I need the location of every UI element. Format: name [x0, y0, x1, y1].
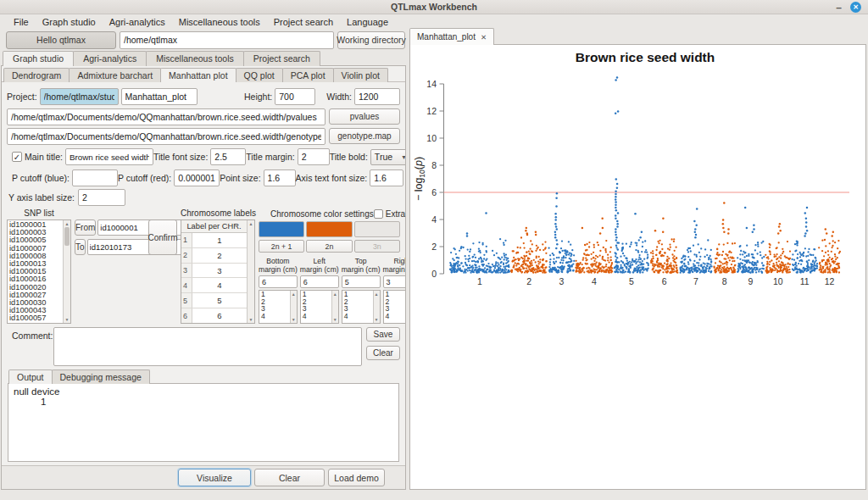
scroll-down-icon[interactable]: ▼	[248, 316, 254, 323]
title-margin-input[interactable]	[298, 148, 330, 165]
working-directory-button[interactable]: Working directory	[337, 31, 405, 49]
menu-file[interactable]: File	[7, 17, 36, 27]
y-axis-label-size-input[interactable]	[78, 189, 125, 206]
main-title-input[interactable]	[65, 148, 153, 165]
from-button[interactable]: From	[75, 219, 96, 236]
color-button-2n-1[interactable]: 2n + 1	[259, 240, 304, 253]
menu-graph-studio[interactable]: Graph studio	[36, 17, 103, 27]
margin-option[interactable]: 2	[261, 298, 290, 306]
menu-agri-analytics[interactable]: Agri-analytics	[103, 17, 172, 27]
tab-pca-plot[interactable]: PCA plot	[282, 68, 334, 82]
margin-option[interactable]: 1	[344, 291, 373, 298]
chromosome-label-value[interactable]: 4	[192, 278, 247, 292]
margin-listbox[interactable]: 1234▲▼	[259, 290, 298, 324]
color-button-2n[interactable]: 2n	[306, 240, 352, 253]
margin-option[interactable]: 3	[303, 305, 331, 313]
output-tab-debugging-message[interactable]: Debugging message	[52, 369, 150, 384]
project-path-input[interactable]	[40, 88, 119, 105]
tab-violin-plot[interactable]: Violin plot	[333, 68, 388, 82]
scroll-down-icon[interactable]: ▼	[374, 316, 380, 323]
margin-option[interactable]: 4	[344, 313, 373, 320]
margin-option[interactable]: 3	[261, 305, 290, 313]
margin-input[interactable]: 5	[342, 275, 381, 288]
chromosome-label-value[interactable]: 5	[192, 293, 247, 308]
output-tab-output[interactable]: Output	[8, 369, 53, 384]
scroll-down-icon[interactable]: ▼	[64, 316, 70, 323]
comment-clear-button[interactable]: Clear	[366, 346, 400, 360]
genotype-map-path-input[interactable]	[7, 128, 326, 145]
margin-option[interactable]: 3	[344, 305, 373, 313]
margin-scrollbar[interactable]: ▲▼	[331, 291, 338, 323]
snp-list-item[interactable]: id1000057	[9, 314, 63, 322]
load-demo-button[interactable]: Load demo	[328, 469, 385, 486]
width-input[interactable]	[354, 88, 400, 105]
tab-manhattan-plot[interactable]: Manhattan plot	[160, 68, 236, 82]
margin-scrollbar[interactable]: ▲▼	[290, 291, 297, 323]
point-size-input[interactable]	[264, 169, 296, 186]
chromosome-color-swatch-2[interactable]	[306, 221, 352, 237]
visualize-button[interactable]: Visualize	[178, 469, 251, 486]
clear-button[interactable]: Clear	[254, 469, 325, 486]
scroll-down-icon[interactable]: ▼	[291, 316, 297, 323]
tab-qq-plot[interactable]: QQ plot	[236, 68, 283, 82]
scroll-up-icon[interactable]: ▲	[248, 220, 254, 227]
chromosome-color-swatch-1[interactable]	[259, 221, 304, 237]
hello-user-button[interactable]: Hello qtlmax	[6, 31, 116, 49]
height-input[interactable]	[275, 88, 315, 105]
menu-miscellaneous-tools[interactable]: Miscellaneous tools	[172, 17, 267, 27]
pvalues-path-input[interactable]	[7, 108, 326, 125]
save-button[interactable]: Save	[366, 327, 400, 342]
close-icon[interactable]: ✕	[850, 2, 861, 13]
tab-admixture-barchart[interactable]: Admixture barchart	[69, 68, 161, 82]
project-name-input[interactable]	[121, 88, 198, 105]
title-font-size-input[interactable]	[210, 148, 246, 165]
to-button[interactable]: To	[75, 239, 86, 255]
snp-scrollbar[interactable]: ▲ ▼	[63, 220, 70, 323]
margin-option[interactable]: 1	[303, 291, 331, 298]
chromosome-table-scrollbar[interactable]: ▲ ▼	[247, 220, 254, 323]
result-tab-manhattan-plot[interactable]: Manhattan_plot ✕	[409, 28, 494, 45]
snp-listbox[interactable]: id1000001id1000003id1000005id1000007id10…	[7, 219, 71, 324]
genotype-map-button[interactable]: genotype.map	[329, 128, 400, 144]
menu-project-search[interactable]: Project search	[267, 17, 340, 27]
margin-scrollbar[interactable]: ▲▼	[373, 291, 380, 323]
tab-project-search[interactable]: Project search	[243, 51, 320, 66]
margin-option[interactable]: 1	[261, 291, 290, 298]
margin-option[interactable]: 4	[386, 313, 405, 320]
chromosome-label-value[interactable]: 2	[192, 248, 247, 263]
pvalues-button[interactable]: pvalues	[329, 108, 400, 125]
working-directory-input[interactable]	[120, 31, 334, 49]
menu-language[interactable]: Language	[340, 17, 395, 27]
margin-option[interactable]: 2	[303, 298, 331, 306]
minimize-icon[interactable]: –	[836, 3, 842, 13]
extra-chr-checkbox[interactable]	[374, 209, 383, 219]
title-bold-select[interactable]: True ▼	[370, 149, 405, 165]
tab-miscellaneous-tools[interactable]: Miscellaneous tools	[146, 51, 244, 66]
scroll-up-icon[interactable]: ▲	[374, 291, 380, 297]
margin-listbox[interactable]: 1234▲▼	[342, 290, 381, 324]
comment-textarea[interactable]	[53, 327, 362, 366]
margin-option[interactable]: 4	[261, 313, 290, 320]
close-tab-icon[interactable]: ✕	[481, 33, 487, 42]
margin-listbox[interactable]: 1234▲▼	[383, 290, 405, 324]
margin-option[interactable]: 2	[344, 298, 373, 306]
axis-text-font-size-input[interactable]	[370, 169, 403, 186]
confirm-button[interactable]: Confirm	[148, 219, 177, 255]
tab-graph-studio[interactable]: Graph studio	[3, 51, 74, 66]
margin-option[interactable]: 4	[303, 313, 331, 320]
p-cutoff-red-input[interactable]	[174, 169, 220, 186]
margin-input[interactable]: 3	[383, 275, 405, 288]
chromosome-label-value[interactable]: 3	[192, 264, 247, 278]
tab-agri-analytics[interactable]: Agri-analytics	[73, 51, 147, 66]
chromosome-label-value[interactable]: 6	[192, 308, 247, 323]
margin-listbox[interactable]: 1234▲▼	[300, 290, 339, 324]
scroll-up-icon[interactable]: ▲	[332, 291, 338, 297]
scroll-down-icon[interactable]: ▼	[332, 316, 338, 323]
chromosome-label-value[interactable]: 1	[192, 233, 247, 247]
margin-input[interactable]: 6	[300, 275, 339, 288]
tab-dendrogram[interactable]: Dendrogram	[3, 68, 70, 82]
scrollbar-thumb[interactable]	[64, 227, 70, 246]
scroll-up-icon[interactable]: ▲	[291, 291, 297, 297]
main-title-checkbox[interactable]: ✓	[12, 152, 22, 162]
margin-input[interactable]: 6	[259, 275, 298, 288]
